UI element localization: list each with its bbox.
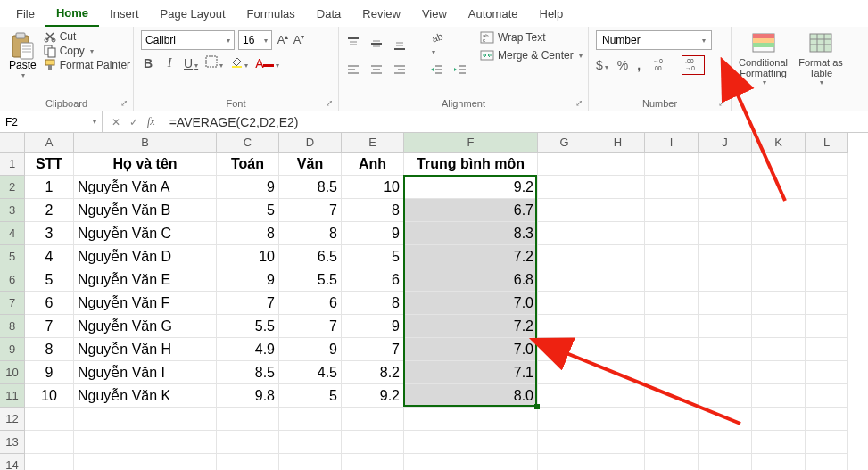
- cell-I2[interactable]: [645, 176, 699, 199]
- cell-B14[interactable]: [74, 454, 217, 470]
- cell-L8[interactable]: [806, 315, 848, 338]
- align-right-button[interactable]: [393, 62, 407, 77]
- cell-F6[interactable]: 6.8: [404, 268, 538, 292]
- column-header-C[interactable]: C: [217, 133, 279, 153]
- cell-F9[interactable]: 7.0: [404, 338, 538, 361]
- cell-D14[interactable]: [279, 454, 342, 470]
- cell-C7[interactable]: 7: [217, 292, 279, 315]
- cell-I3[interactable]: [645, 199, 699, 222]
- cell-A13[interactable]: [25, 431, 74, 454]
- cell-I10[interactable]: [645, 361, 699, 384]
- cell-L10[interactable]: [806, 361, 848, 384]
- cut-button[interactable]: Cut: [44, 30, 130, 43]
- cell-J14[interactable]: [699, 454, 752, 470]
- cell-I14[interactable]: [645, 454, 699, 470]
- cell-C1[interactable]: Toán: [217, 153, 279, 176]
- cell-G12[interactable]: [538, 408, 591, 431]
- cell-L12[interactable]: [806, 408, 848, 431]
- cell-E3[interactable]: 8: [342, 199, 404, 222]
- column-header-F[interactable]: F: [404, 133, 538, 153]
- percent-format-button[interactable]: %: [617, 58, 628, 72]
- cell-J8[interactable]: [699, 315, 752, 338]
- cell-H1[interactable]: [591, 153, 645, 176]
- cell-D12[interactable]: [279, 408, 342, 431]
- cell-F4[interactable]: 8.3: [404, 222, 538, 245]
- column-header-A[interactable]: A: [25, 133, 74, 153]
- cell-E7[interactable]: 8: [342, 292, 404, 315]
- font-name-select[interactable]: Calibri ▾: [141, 30, 235, 50]
- cell-J10[interactable]: [699, 361, 752, 384]
- cell-G3[interactable]: [538, 199, 591, 222]
- cell-D9[interactable]: 9: [279, 338, 342, 361]
- row-header-14[interactable]: 14: [0, 454, 25, 470]
- decrease-font-button[interactable]: A▾: [292, 33, 306, 46]
- row-header-4[interactable]: 4: [0, 222, 25, 245]
- name-box[interactable]: F2 ▾: [0, 111, 103, 132]
- cell-I8[interactable]: [645, 315, 699, 338]
- cell-D2[interactable]: 8.5: [279, 176, 342, 199]
- cell-K1[interactable]: [752, 153, 806, 176]
- menu-tab-formulas[interactable]: Formulas: [236, 2, 306, 26]
- cancel-formula-button[interactable]: ✕: [112, 116, 120, 128]
- cell-J9[interactable]: [699, 338, 752, 361]
- cell-C8[interactable]: 5.5: [217, 315, 279, 338]
- menu-tab-insert[interactable]: Insert: [99, 2, 150, 26]
- cell-B9[interactable]: Nguyễn Văn H: [74, 338, 217, 361]
- cell-G14[interactable]: [538, 454, 591, 470]
- cell-H8[interactable]: [591, 315, 645, 338]
- borders-button[interactable]: ▾: [205, 55, 223, 70]
- copy-button[interactable]: Copy ▾: [44, 45, 130, 57]
- cell-K12[interactable]: [752, 408, 806, 431]
- cell-I11[interactable]: [645, 384, 699, 408]
- cell-I13[interactable]: [645, 431, 699, 454]
- accounting-format-button[interactable]: $▾: [596, 58, 608, 72]
- menu-tab-file[interactable]: File: [5, 2, 45, 26]
- cell-F13[interactable]: [404, 431, 538, 454]
- cell-C9[interactable]: 4.9: [217, 338, 279, 361]
- cell-G4[interactable]: [538, 222, 591, 245]
- cell-L2[interactable]: [806, 176, 848, 199]
- cell-F14[interactable]: [404, 454, 538, 470]
- paste-button[interactable]: Paste ▾: [7, 30, 38, 81]
- cell-L11[interactable]: [806, 384, 848, 408]
- cell-J1[interactable]: [699, 153, 752, 176]
- cell-E12[interactable]: [342, 408, 404, 431]
- cell-F7[interactable]: 7.0: [404, 292, 538, 315]
- cell-E10[interactable]: 8.2: [342, 361, 404, 384]
- cell-E1[interactable]: Anh: [342, 153, 404, 176]
- cell-D3[interactable]: 7: [279, 199, 342, 222]
- cell-A10[interactable]: 9: [25, 361, 74, 384]
- cell-B11[interactable]: Nguyễn Văn K: [74, 384, 217, 408]
- cell-H13[interactable]: [591, 431, 645, 454]
- cell-L3[interactable]: [806, 199, 848, 222]
- italic-button[interactable]: I: [162, 56, 177, 70]
- cell-C11[interactable]: 9.8: [217, 384, 279, 408]
- cell-I12[interactable]: [645, 408, 699, 431]
- align-center-button[interactable]: [369, 62, 384, 77]
- cell-L13[interactable]: [806, 431, 848, 454]
- menu-tab-automate[interactable]: Automate: [458, 2, 529, 26]
- cell-G6[interactable]: [538, 268, 591, 292]
- cell-J7[interactable]: [699, 292, 752, 315]
- cell-H11[interactable]: [591, 384, 645, 408]
- font-color-button[interactable]: A▾: [255, 56, 279, 70]
- decrease-indent-button[interactable]: [430, 62, 444, 77]
- cell-C12[interactable]: [217, 408, 279, 431]
- cell-B6[interactable]: Nguyễn Văn E: [74, 268, 217, 292]
- cell-H9[interactable]: [591, 338, 645, 361]
- cell-L7[interactable]: [806, 292, 848, 315]
- column-header-J[interactable]: J: [699, 133, 752, 153]
- cell-H10[interactable]: [591, 361, 645, 384]
- row-header-9[interactable]: 9: [0, 338, 25, 361]
- bold-button[interactable]: B: [141, 56, 155, 70]
- cell-A8[interactable]: 7: [25, 315, 74, 338]
- cell-D7[interactable]: 6: [279, 292, 342, 315]
- select-all-corner[interactable]: [0, 133, 25, 153]
- cell-C13[interactable]: [217, 431, 279, 454]
- row-header-13[interactable]: 13: [0, 431, 25, 454]
- cell-E11[interactable]: 9.2: [342, 384, 404, 408]
- cell-E2[interactable]: 10: [342, 176, 404, 199]
- cell-D5[interactable]: 6.5: [279, 245, 342, 268]
- cell-J6[interactable]: [699, 268, 752, 292]
- row-header-11[interactable]: 11: [0, 384, 25, 408]
